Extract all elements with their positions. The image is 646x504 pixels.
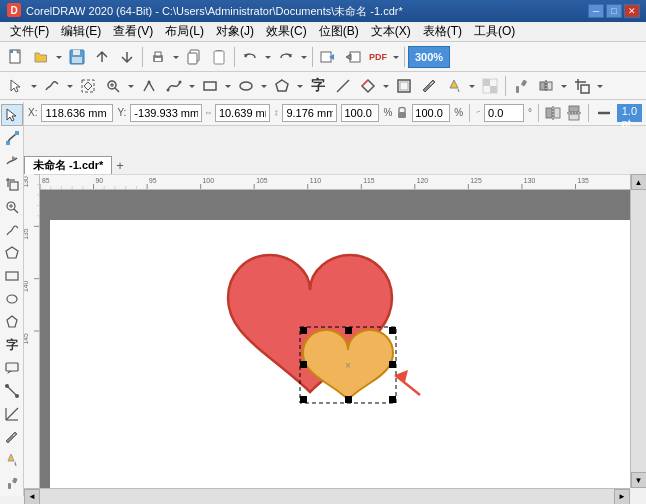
freehand-tool[interactable] <box>40 74 64 98</box>
polygon-arrow[interactable] <box>295 74 305 98</box>
menu-text[interactable]: 文本(X) <box>365 22 417 41</box>
ellipse-tool2[interactable] <box>1 288 23 310</box>
zoom-arrow[interactable] <box>126 74 136 98</box>
bezier-tool[interactable] <box>162 74 186 98</box>
height-input[interactable] <box>282 104 337 122</box>
save-btn[interactable] <box>65 45 89 69</box>
upload-btn[interactable] <box>90 45 114 69</box>
menu-table[interactable]: 表格(T) <box>417 22 468 41</box>
copy-btn[interactable] <box>182 45 206 69</box>
undo-arrow-btn[interactable] <box>263 45 273 69</box>
polygon-tool2[interactable] <box>1 311 23 333</box>
minimize-btn[interactable]: ─ <box>588 4 604 18</box>
zoom-tool[interactable] <box>101 74 125 98</box>
shape-arrow[interactable] <box>381 74 391 98</box>
shape-tool[interactable] <box>356 74 380 98</box>
ellipse-arrow[interactable] <box>259 74 269 98</box>
handle-tl[interactable] <box>300 327 307 334</box>
print-arrow-btn[interactable] <box>171 45 181 69</box>
maximize-btn[interactable]: □ <box>606 4 622 18</box>
bezier-arrow[interactable] <box>187 74 197 98</box>
handle-bl[interactable] <box>300 396 307 403</box>
fill-arrow[interactable] <box>467 74 477 98</box>
pointer-arrow[interactable] <box>29 74 39 98</box>
scroll-left-btn[interactable]: ◄ <box>24 489 40 505</box>
menu-layout[interactable]: 布局(L) <box>159 22 210 41</box>
scroll-up-btn[interactable]: ▲ <box>631 174 647 190</box>
handle-ml[interactable] <box>300 361 307 368</box>
ellipse-tool[interactable] <box>234 74 258 98</box>
handle-bc[interactable] <box>345 396 352 403</box>
frame-tool[interactable] <box>392 74 416 98</box>
crop-tool[interactable] <box>570 74 594 98</box>
fill-tool2[interactable] <box>1 449 23 471</box>
mirror-tool[interactable] <box>534 74 558 98</box>
pdf-arrow-btn[interactable] <box>391 45 401 69</box>
rect-tool[interactable] <box>198 74 222 98</box>
pdf-btn[interactable]: PDF <box>366 45 390 69</box>
connector-tool[interactable] <box>1 380 23 402</box>
open-btn[interactable] <box>29 45 53 69</box>
print-btn[interactable] <box>146 45 170 69</box>
download-btn[interactable] <box>115 45 139 69</box>
callout-tool[interactable] <box>1 357 23 379</box>
import-btn[interactable] <box>316 45 340 69</box>
pen-tool[interactable] <box>137 74 161 98</box>
rect-arrow[interactable] <box>223 74 233 98</box>
transform-tool[interactable] <box>76 74 100 98</box>
hearts-drawing[interactable]: × <box>90 220 630 488</box>
scroll-right-btn[interactable]: ► <box>614 489 630 505</box>
new-btn[interactable] <box>4 45 28 69</box>
canvas-area[interactable]: 85 90 95 100 105 110 115 120 125 130 135 <box>24 174 630 488</box>
line-tool[interactable] <box>331 74 355 98</box>
pattern-tool[interactable] <box>478 74 502 98</box>
tab-document[interactable]: 未命名 -1.cdr* <box>24 156 112 174</box>
scale-h-input[interactable] <box>412 104 450 122</box>
crop-tool2[interactable] <box>1 173 23 195</box>
dimension-tool[interactable] <box>1 403 23 425</box>
menu-view[interactable]: 查看(V) <box>107 22 159 41</box>
nodeedit-tool[interactable] <box>1 127 23 149</box>
open-arrow-btn[interactable] <box>54 45 64 69</box>
crop-arrow[interactable] <box>595 74 605 98</box>
text-tool[interactable]: 字 <box>306 74 330 98</box>
close-btn[interactable]: ✕ <box>624 4 640 18</box>
paste-btn[interactable] <box>207 45 231 69</box>
freehand-arrow[interactable] <box>65 74 75 98</box>
scroll-down-btn[interactable]: ▼ <box>631 472 647 488</box>
menu-effects[interactable]: 效果(C) <box>260 22 313 41</box>
smartfill-tool[interactable] <box>509 74 533 98</box>
width-input[interactable] <box>215 104 270 122</box>
warp-tool[interactable] <box>1 150 23 172</box>
undo-btn[interactable] <box>238 45 262 69</box>
x-input[interactable] <box>41 104 113 122</box>
menu-file[interactable]: 文件(F) <box>4 22 55 41</box>
rect-tool2[interactable] <box>1 265 23 287</box>
mirror-v-btn[interactable] <box>566 101 582 125</box>
menu-bitmap[interactable]: 位图(B) <box>313 22 365 41</box>
mirror-arrow[interactable] <box>559 74 569 98</box>
linewidth-display[interactable]: 1.0 pt <box>617 104 642 122</box>
mirror-h-btn[interactable] <box>544 101 562 125</box>
scrollbar-bottom[interactable]: ◄ ► <box>24 488 630 504</box>
lock-icon[interactable] <box>396 105 408 121</box>
pointer-tool[interactable] <box>4 74 28 98</box>
select-tool[interactable] <box>1 104 23 126</box>
menu-edit[interactable]: 编辑(E) <box>55 22 107 41</box>
redo-arrow-btn[interactable] <box>299 45 309 69</box>
y-input[interactable] <box>130 104 202 122</box>
smartfill-tool2[interactable] <box>1 472 23 494</box>
scrollbar-right[interactable]: ▲ ▼ <box>630 174 646 488</box>
export-btn[interactable] <box>341 45 365 69</box>
zoom-tool2[interactable] <box>1 196 23 218</box>
eyedropper-tool2[interactable] <box>1 426 23 448</box>
angle-input[interactable] <box>484 104 524 122</box>
freehand-tool2[interactable] <box>1 219 23 241</box>
canvas-content[interactable]: × <box>40 190 630 488</box>
text-tool2[interactable]: 字 <box>1 334 23 356</box>
fill-tool[interactable] <box>442 74 466 98</box>
scale-w-input[interactable] <box>341 104 379 122</box>
handle-tc[interactable] <box>345 327 352 334</box>
menu-object[interactable]: 对象(J) <box>210 22 260 41</box>
menu-tools[interactable]: 工具(O) <box>468 22 521 41</box>
